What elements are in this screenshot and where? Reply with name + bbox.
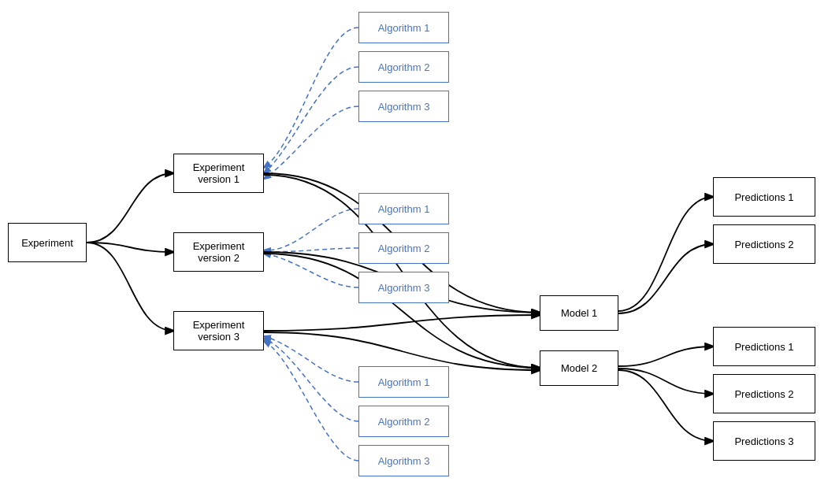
experiment-node: Experiment xyxy=(8,223,87,262)
exp-v3-label: Experiment version 3 xyxy=(193,319,245,343)
pred1-m2-node: Predictions 1 xyxy=(713,327,815,366)
alg3-g3-node: Algorithm 3 xyxy=(358,445,449,476)
alg1-g3-label: Algorithm 1 xyxy=(378,376,430,388)
alg1-g2-node: Algorithm 1 xyxy=(358,193,449,224)
pred1-m2-label: Predictions 1 xyxy=(734,341,793,353)
alg2-g1-node: Algorithm 2 xyxy=(358,51,449,83)
alg3-g2-node: Algorithm 3 xyxy=(358,272,449,303)
model1-node: Model 1 xyxy=(540,295,618,331)
experiment-label: Experiment xyxy=(21,237,73,249)
alg3-g3-label: Algorithm 3 xyxy=(378,455,430,467)
exp-v1-label: Experiment version 1 xyxy=(193,161,245,185)
alg3-g1-label: Algorithm 3 xyxy=(378,101,430,113)
exp-v1-node: Experiment version 1 xyxy=(173,154,264,193)
model1-label: Model 1 xyxy=(561,307,597,319)
pred3-m2-label: Predictions 3 xyxy=(734,435,793,447)
pred2-m2-node: Predictions 2 xyxy=(713,374,815,413)
alg1-g1-node: Algorithm 1 xyxy=(358,12,449,43)
alg3-g2-label: Algorithm 3 xyxy=(378,282,430,294)
alg1-g1-label: Algorithm 1 xyxy=(378,22,430,34)
alg1-g2-label: Algorithm 1 xyxy=(378,203,430,215)
alg2-g2-node: Algorithm 2 xyxy=(358,232,449,264)
alg3-g1-node: Algorithm 3 xyxy=(358,91,449,122)
alg2-g1-label: Algorithm 2 xyxy=(378,61,430,73)
exp-v2-node: Experiment version 2 xyxy=(173,232,264,272)
pred1-m1-label: Predictions 1 xyxy=(734,191,793,203)
alg2-g3-label: Algorithm 2 xyxy=(378,416,430,428)
pred2-m2-label: Predictions 2 xyxy=(734,388,793,400)
exp-v2-label: Experiment version 2 xyxy=(193,240,245,264)
model2-label: Model 2 xyxy=(561,362,597,374)
alg1-g3-node: Algorithm 1 xyxy=(358,366,449,398)
pred2-m1-node: Predictions 2 xyxy=(713,224,815,264)
model2-node: Model 2 xyxy=(540,350,618,386)
alg2-g3-node: Algorithm 2 xyxy=(358,406,449,437)
pred2-m1-label: Predictions 2 xyxy=(734,239,793,250)
exp-v3-node: Experiment version 3 xyxy=(173,311,264,350)
pred1-m1-node: Predictions 1 xyxy=(713,177,815,217)
pred3-m2-node: Predictions 3 xyxy=(713,421,815,461)
alg2-g2-label: Algorithm 2 xyxy=(378,243,430,254)
